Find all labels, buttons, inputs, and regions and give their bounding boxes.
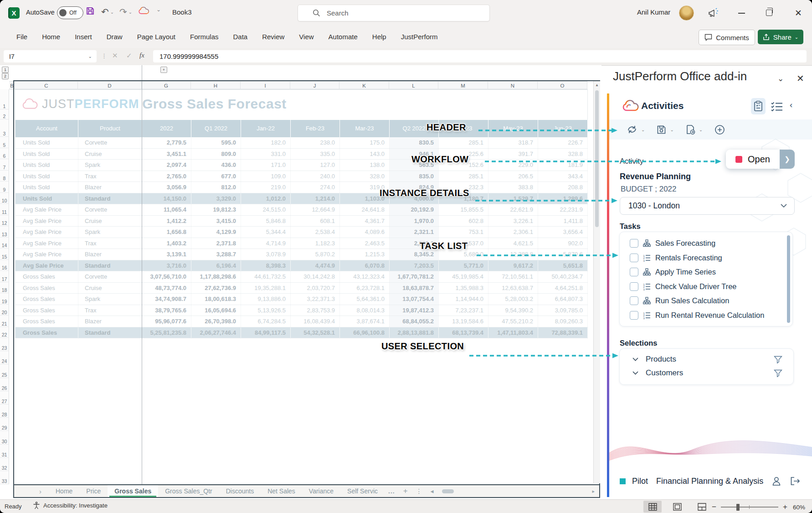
cell-value[interactable]: 1,35,988.3 [439, 282, 488, 294]
cell-value[interactable]: 45,19,985.4 [439, 271, 488, 283]
cell-value[interactable]: 19,812.3 [191, 204, 241, 216]
cell-value[interactable]: 3,22,371.3 [291, 294, 340, 305]
table-header-q1-2022[interactable]: Q1 2022 [191, 120, 241, 137]
cell-value[interactable]: 6,64,807.3 [538, 294, 588, 305]
cell-value[interactable]: 285.1 [439, 171, 488, 182]
cell-product[interactable]: Spark [78, 160, 142, 171]
avatar[interactable] [679, 5, 694, 21]
sheet-tab-home[interactable]: Home [49, 485, 79, 497]
table-header-2022[interactable]: 2022 [142, 120, 191, 137]
table-header-q2-2022[interactable]: Q2 2022 [390, 120, 439, 137]
cell-value[interactable]: 16,08,439.4 [291, 316, 340, 327]
row-header-26[interactable]: 26 [0, 378, 9, 391]
cell-value[interactable]: 2,321.1 [390, 227, 439, 238]
cell-value[interactable]: 318.7 [488, 137, 538, 149]
cell-value[interactable]: 15,855.5 [439, 204, 488, 216]
cell-account[interactable]: Avg Sale Price [15, 215, 78, 227]
ribbon-tab-help[interactable]: Help [365, 26, 394, 48]
cell-value[interactable]: 27,62,736.9 [191, 282, 241, 294]
cell-value[interactable]: 563.5 [390, 160, 439, 171]
cell-account[interactable]: Avg Sale Price [15, 204, 78, 216]
cell-product[interactable]: Corvette [78, 137, 142, 149]
formula-bar-grip[interactable]: ⋮ [101, 52, 107, 59]
cell-value[interactable]: 219.0 [241, 182, 291, 193]
ribbon-tab-automate[interactable]: Automate [321, 26, 365, 48]
horizontal-scroll-thumb[interactable] [442, 489, 454, 493]
collapse-panel-icon[interactable]: ‹ [790, 100, 792, 110]
ribbon-tab-view[interactable]: View [292, 26, 321, 48]
cell-value[interactable]: 2,371.8 [191, 238, 241, 249]
row-header-29[interactable]: 29 [0, 418, 9, 431]
zoom-slider-handle[interactable] [736, 504, 740, 511]
cell-value[interactable]: 2,88,13,881.8 [390, 327, 439, 338]
row-header-18[interactable]: 18 [0, 282, 9, 294]
cell-value[interactable]: 3,87,674.1 [340, 316, 390, 327]
cell-value[interactable]: 1,411.8 [538, 215, 588, 227]
sign-out-icon[interactable] [790, 477, 800, 486]
cell-value[interactable]: 383.8 [488, 182, 538, 193]
cell-value[interactable]: 13,07,754.4 [390, 294, 439, 305]
cell-value[interactable]: 84,99,117.5 [241, 327, 291, 338]
cell-value[interactable]: 331.0 [241, 148, 291, 160]
column-header-C[interactable]: C [15, 81, 78, 89]
row-header-17[interactable]: 17 [0, 271, 9, 282]
cell-value[interactable]: 3,716.0 [142, 260, 191, 271]
cell-account[interactable]: Avg Sale Price [15, 249, 78, 260]
cell-value[interactable]: 16,05,694.6 [191, 305, 241, 316]
task-checkbox[interactable] [630, 311, 638, 320]
task-checkbox[interactable] [630, 282, 638, 291]
cell-value[interactable]: 7,203.5 [390, 260, 439, 271]
cell-value[interactable]: 138.0 [340, 160, 390, 171]
cell-value[interactable]: 229.0 [488, 160, 538, 171]
instance-dropdown[interactable]: 1030 - London [620, 197, 795, 215]
cell-value[interactable]: 5,64,361.0 [340, 294, 390, 305]
cell-value[interactable]: 6,74,284.5 [241, 316, 291, 327]
cell-value[interactable]: 206.5 [488, 171, 538, 182]
cell-value[interactable]: 175.0 [340, 137, 390, 149]
cell-value[interactable]: 4,361.7 [340, 215, 390, 227]
zoom-in-button[interactable]: + [783, 503, 787, 512]
excel-app-icon[interactable]: X [8, 7, 20, 19]
cell-value[interactable]: 1,67,70,781.2 [390, 271, 439, 283]
cell-value[interactable]: 5,870.2 [291, 249, 340, 260]
cell-value[interactable]: 328.8 [538, 148, 588, 160]
cancel-entry-icon[interactable]: ✕ [112, 52, 118, 60]
view-page-layout-button[interactable] [668, 501, 686, 513]
minimize-button[interactable] [738, 13, 745, 14]
cell-value[interactable]: 1,412.2 [142, 215, 191, 227]
cell-value[interactable]: 3,09,785.0 [538, 305, 588, 316]
hscroll-right-icon[interactable]: ▸ [592, 488, 595, 494]
cell-product[interactable]: Corvette [78, 271, 142, 283]
cell-value[interactable]: 343.4 [538, 171, 588, 182]
cell-value[interactable]: 6,070.8 [340, 260, 390, 271]
row-header-22[interactable]: 22 [0, 327, 9, 338]
cell-value[interactable]: 2,538.4 [291, 227, 340, 238]
user-profile-icon[interactable] [772, 477, 781, 486]
row-header-7[interactable]: 7 [0, 159, 9, 171]
cell-product[interactable]: Cruise [78, 282, 142, 294]
column-header-D[interactable]: D [78, 81, 142, 89]
table-header-feb-23[interactable]: Feb-23 [291, 120, 340, 137]
sheet-tab-net-sales[interactable]: Net Sales [261, 485, 302, 497]
cell-value[interactable]: 4,714.9 [241, 238, 291, 249]
row-header-9[interactable]: 9 [0, 181, 9, 193]
cell-product[interactable]: Standard [78, 260, 142, 271]
cell-value[interactable]: 5,344.4 [241, 227, 291, 238]
sheet-tab-overflow[interactable]: ... [388, 487, 395, 495]
cell-value[interactable]: 68,84,055.2 [390, 316, 439, 327]
checklist-view-button[interactable] [770, 98, 784, 114]
row-header-6[interactable]: 6 [0, 148, 9, 160]
cell-value[interactable]: 835.0 [390, 171, 439, 182]
sheet-tab-variance[interactable]: Variance [302, 485, 340, 497]
row-header-12[interactable]: 12 [0, 215, 9, 227]
cell-product[interactable]: Corvette [78, 204, 142, 216]
cell-account[interactable]: Gross Sales [15, 282, 78, 294]
cell-value[interactable]: 285.1 [439, 137, 488, 149]
cell-product[interactable]: Standard [78, 327, 142, 338]
cell-value[interactable]: 1,14,944.0 [439, 294, 488, 305]
formula-input[interactable]: 170.999999984555 [153, 50, 807, 62]
column-header-N[interactable]: N [488, 81, 538, 89]
cell-value[interactable]: 30,14,242.8 [291, 271, 340, 283]
cell-value[interactable]: 3,226.1 [488, 215, 538, 227]
name-box-chevron-icon[interactable]: ⌄ [88, 54, 92, 59]
